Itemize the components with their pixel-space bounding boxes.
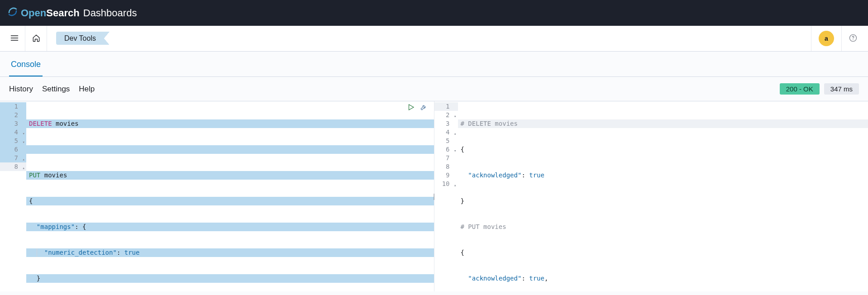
line-number: 5▾ (0, 137, 26, 145)
token-punc: : (521, 275, 529, 282)
token-comment: # PUT movies (461, 223, 506, 230)
token-bool: true (529, 171, 544, 179)
line-number: 1 (0, 102, 26, 111)
token-punc: : { (75, 223, 86, 230)
nav-bar: Dev Tools a (0, 26, 868, 52)
brand-dashboards: Dashboards (83, 7, 137, 19)
user-menu[interactable]: a (811, 26, 841, 51)
brand-search: Search (46, 7, 79, 19)
hamburger-icon (10, 33, 19, 44)
line-number: 5 (434, 137, 458, 145)
line-number: 10▴ (434, 180, 458, 188)
timing-badge: 347 ms (824, 83, 859, 95)
avatar-initial: a (825, 35, 828, 42)
token-ident: movies (56, 120, 79, 127)
breadcrumb: Dev Tools (47, 34, 104, 43)
request-pane[interactable]: 1 2 3 4▾ 5▾ 6 7▴ 8▴ DELETE movies PUT mo… (0, 101, 434, 291)
line-number: 3 (434, 119, 458, 128)
token-punc: : (521, 171, 529, 179)
fold-icon[interactable]: ▴ (454, 181, 456, 190)
token-punc: { (461, 249, 464, 256)
wrench-button[interactable] (420, 103, 428, 113)
brand-open: Open (21, 7, 46, 19)
token-method: DELETE (29, 120, 52, 127)
token-punc: } (461, 197, 464, 205)
top-header: OpenSearch Dashboards (0, 0, 868, 26)
breadcrumb-devtools[interactable]: Dev Tools (56, 32, 104, 45)
token-punc: : (117, 249, 124, 256)
help-button[interactable] (841, 26, 864, 51)
run-button[interactable] (407, 103, 415, 113)
console-toolbar: History Settings Help 200 - OK 347 ms (0, 77, 868, 101)
avatar: a (819, 31, 834, 46)
line-number: 1 (434, 102, 458, 111)
response-gutter: 1 2▾ 3 4▴ 5 6▾ 7 8 9 10▴ (434, 101, 458, 291)
editor-split: 1 2 3 4▾ 5▾ 6 7▴ 8▴ DELETE movies PUT mo… (0, 101, 868, 291)
home-button[interactable] (25, 26, 47, 51)
token-key: "acknowledged" (468, 171, 521, 179)
response-pane[interactable]: 1 2▾ 3 4▴ 5 6▾ 7 8 9 10▴ # DELETE movies… (434, 101, 868, 291)
line-number: 2 (0, 111, 26, 119)
fold-icon[interactable]: ▴ (23, 164, 25, 172)
token-ident: movies (44, 171, 67, 179)
token-bool: true (124, 249, 140, 256)
svg-point-1 (853, 39, 853, 40)
settings-link[interactable]: Settings (42, 85, 70, 94)
line-number: 6 (0, 145, 26, 154)
token-comment: # DELETE movies (461, 120, 518, 127)
token-key: "acknowledged" (468, 275, 521, 282)
line-number: 8▴ (0, 162, 26, 171)
tab-console[interactable]: Console (9, 56, 43, 76)
token-key: "mappings" (37, 223, 75, 230)
token-bool: true (529, 275, 544, 282)
status-badge: 200 - OK (780, 83, 820, 95)
response-code[interactable]: # DELETE movies { "acknowledged": true }… (458, 101, 868, 291)
token-key: "numeric_detection" (44, 249, 117, 256)
line-number: 3 (0, 119, 26, 128)
token-punc: { (29, 197, 33, 205)
token-punc: } (29, 275, 40, 282)
tabs-row: Console (0, 52, 868, 77)
line-number: 7 (434, 154, 458, 162)
hamburger-menu-button[interactable] (4, 26, 25, 51)
line-number: 4▾ (0, 128, 26, 137)
token-punc: { (461, 146, 464, 153)
brand-logo[interactable]: OpenSearch Dashboards (7, 6, 137, 20)
request-actions (407, 103, 428, 113)
opensearch-logo-icon (7, 6, 18, 20)
line-number: 7▴ (0, 154, 26, 162)
home-icon (32, 33, 41, 44)
line-number: 6▾ (434, 145, 458, 154)
line-number: 2▾ (434, 111, 458, 119)
request-gutter: 1 2 3 4▾ 5▾ 6 7▴ 8▴ (0, 101, 26, 291)
request-code[interactable]: DELETE movies PUT movies { "mappings": {… (26, 101, 434, 291)
line-number: 4▴ (434, 128, 458, 137)
token-method: PUT (29, 171, 40, 179)
history-link[interactable]: History (9, 85, 33, 94)
line-number: 8 (434, 162, 458, 171)
help-icon (849, 34, 857, 43)
token-punc: , (544, 275, 548, 282)
help-link[interactable]: Help (79, 85, 95, 94)
line-number: 9 (434, 171, 458, 180)
